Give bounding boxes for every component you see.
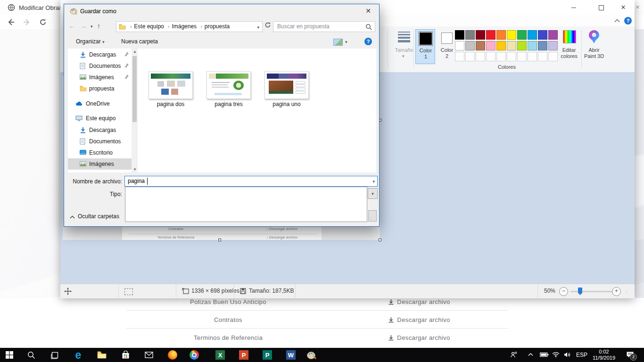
palette-swatch[interactable] <box>507 41 516 50</box>
mail-button[interactable] <box>140 348 158 362</box>
powerpoint-button[interactable]: P <box>234 348 253 362</box>
scroll-up-icon[interactable]: ▲ <box>133 49 137 54</box>
palette-empty-cell[interactable] <box>517 52 527 61</box>
edit-colors-button[interactable] <box>563 30 576 43</box>
word-button[interactable]: W <box>281 348 300 362</box>
zoom-slider-handle[interactable] <box>578 288 582 295</box>
task-view-button[interactable] <box>45 348 64 362</box>
palette-empty-cell[interactable] <box>507 52 516 61</box>
download-link[interactable]: Descargar archivo <box>330 298 508 305</box>
zoom-in-button[interactable]: + <box>612 287 621 296</box>
palette-swatch[interactable] <box>465 41 475 50</box>
dialog-file-list[interactable]: pagina dos pagina tres <box>138 49 376 173</box>
palette-swatch[interactable] <box>528 41 537 50</box>
size-dropdown-icon[interactable]: ▾ <box>402 54 405 58</box>
filetype-dropdown-button[interactable]: ▾ <box>368 188 378 199</box>
filename-input[interactable]: pagina ▾ <box>124 176 378 187</box>
resize-handle-corner[interactable] <box>379 239 381 241</box>
palette-empty-cell[interactable] <box>486 52 495 61</box>
language-indicator[interactable]: ESP <box>576 352 587 358</box>
chrome-button[interactable] <box>185 348 204 362</box>
filename-dropdown-icon[interactable]: ▾ <box>372 179 375 184</box>
refresh-icon[interactable] <box>264 22 271 28</box>
palette-swatch[interactable] <box>538 41 547 50</box>
size-button-label[interactable]: Tamaño <box>392 47 416 53</box>
palette-empty-cell[interactable] <box>496 52 506 61</box>
view-mode-icon[interactable] <box>333 39 343 46</box>
people-icon[interactable] <box>510 351 518 359</box>
download-link[interactable]: Descargar archivo <box>330 334 508 341</box>
firefox-button[interactable] <box>163 348 182 362</box>
palette-empty-cell[interactable] <box>476 52 485 61</box>
file-item[interactable]: pagina dos <box>145 71 197 107</box>
palette-swatch[interactable] <box>517 30 527 40</box>
color2-button[interactable]: Color2 <box>437 29 457 64</box>
search-icon[interactable] <box>365 24 372 30</box>
palette-swatch[interactable] <box>528 30 537 40</box>
battery-icon[interactable] <box>540 352 549 357</box>
palette-swatch[interactable] <box>507 30 516 40</box>
palette-empty-cell[interactable] <box>528 52 537 61</box>
up-one-level-icon[interactable]: ↑ <box>97 22 100 30</box>
excel-button[interactable]: X <box>211 348 230 362</box>
edge-button[interactable]: e <box>69 348 88 362</box>
zoom-out-button[interactable]: − <box>559 287 568 296</box>
history-dropdown-icon[interactable]: ▾ <box>91 24 93 29</box>
forward-icon[interactable] <box>23 18 31 26</box>
palette-swatch[interactable] <box>517 41 527 50</box>
sidebar-item-documentos-2[interactable]: Documentos <box>68 136 132 147</box>
taskbar-search-button[interactable] <box>22 348 41 362</box>
palette-swatch[interactable] <box>486 30 495 40</box>
dialog-close-button[interactable]: ✕ <box>357 4 379 17</box>
sidebar-item-descargas[interactable]: Descargas <box>68 49 132 60</box>
store-button[interactable] <box>116 348 135 362</box>
palette-empty-cell[interactable] <box>538 52 547 61</box>
search-input[interactable]: Buscar en propuesta <box>273 21 375 32</box>
download-link[interactable]: Descargar archivo <box>330 316 508 323</box>
palette-swatch[interactable] <box>486 41 495 50</box>
reload-icon[interactable] <box>39 18 47 26</box>
sidebar-item-este-equipo[interactable]: Este equipo <box>68 113 132 124</box>
wifi-icon[interactable] <box>552 352 560 357</box>
maximize-button[interactable] <box>590 0 612 15</box>
breadcrumb-item[interactable]: propuesta <box>205 23 230 30</box>
color1-button[interactable]: Color1 <box>415 29 435 64</box>
file-explorer-button[interactable] <box>92 348 111 362</box>
breadcrumb-dropdown-icon[interactable]: ▾ <box>257 25 259 30</box>
palette-swatch[interactable] <box>548 30 558 40</box>
back-icon[interactable] <box>7 18 15 26</box>
dialog-forward-icon[interactable]: → <box>80 22 87 30</box>
window-resize-grip[interactable]: ∴ <box>625 290 628 295</box>
organize-button[interactable]: Organizar ▾ <box>76 38 105 45</box>
file-item[interactable]: pagina uno <box>261 71 313 107</box>
paint-help-button[interactable]: ? <box>624 17 632 25</box>
dialog-resize-grip[interactable]: ∴ <box>370 216 373 221</box>
filename-autocomplete-list[interactable] <box>125 187 367 222</box>
palette-empty-cell[interactable] <box>455 52 464 61</box>
clock[interactable]: 0:02 11/9/2019 <box>589 349 619 361</box>
new-folder-button[interactable]: Nueva carpeta <box>121 38 158 45</box>
view-mode-dropdown-icon[interactable]: ▾ <box>345 40 347 44</box>
sidebar-item-imagenes-2[interactable]: Imágenes <box>68 158 132 170</box>
resize-handle-bottom[interactable] <box>218 239 221 241</box>
palette-swatch[interactable] <box>455 41 464 50</box>
start-button[interactable] <box>0 348 19 362</box>
palette-swatch[interactable] <box>496 41 506 50</box>
collapse-ribbon-icon[interactable] <box>614 19 620 23</box>
breadcrumb[interactable]: ›Este equipo ›Imágenes ›propuesta ▾ <box>116 21 263 32</box>
notification-center-button[interactable]: 2 <box>626 351 634 358</box>
sidebar-item-escritorio[interactable]: Escritorio <box>68 147 132 158</box>
breadcrumb-item[interactable]: Este equipo <box>134 23 164 30</box>
palette-swatch[interactable] <box>476 30 485 40</box>
breadcrumb-item[interactable]: Imágenes <box>172 23 197 30</box>
edit-colors-label[interactable]: Editarcolores <box>556 47 582 59</box>
scrollbar-thumb[interactable] <box>132 56 137 122</box>
dialog-back-icon[interactable]: ← <box>69 22 75 30</box>
open-paint3d-label[interactable]: AbrirPaint 3D <box>581 47 607 59</box>
palette-swatch[interactable] <box>496 30 506 40</box>
sidebar-item-onedrive[interactable]: OneDrive <box>68 98 132 109</box>
browser-close-icon[interactable]: × <box>636 3 640 11</box>
palette-swatch[interactable] <box>465 30 475 40</box>
sidebar-item-propuesta[interactable]: propuesta <box>68 83 132 94</box>
tray-chevron-icon[interactable] <box>528 353 533 356</box>
